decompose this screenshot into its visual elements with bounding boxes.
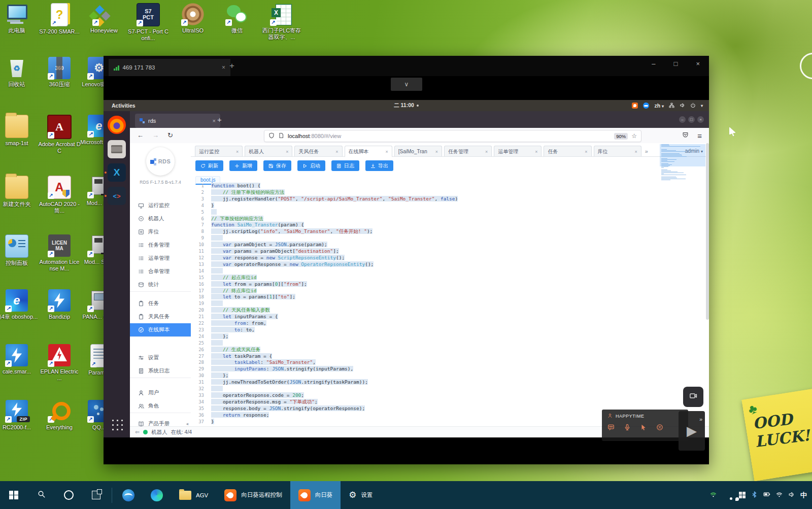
close-session-icon[interactable]: × [222, 64, 225, 71]
chat-icon[interactable] [607, 424, 615, 433]
panel-expander[interactable]: » [699, 416, 702, 422]
forward-button[interactable]: → [152, 131, 159, 139]
taskbar-app-向日葵[interactable]: 向日葵 [290, 481, 341, 509]
sidebar-item-任务[interactable]: 任务 [130, 297, 191, 310]
sidebar-item-角色[interactable]: 角色 [130, 399, 191, 413]
tab-close-icon[interactable]: × [213, 118, 216, 124]
taskbar-app-向日葵远程控制[interactable]: 向日葵远程控制 [216, 481, 290, 509]
desktop-icon-wechat[interactable]: ↗微信 [216, 3, 258, 34]
desktop-icon-bandizip[interactable]: ↗cale.smar... [0, 344, 38, 375]
cortana-button[interactable] [55, 481, 82, 509]
system-menu-caret-icon[interactable]: ▾ [701, 104, 703, 108]
sidebar-item-合单管理[interactable]: 合单管理 [130, 265, 191, 278]
tracking-protection-shield-icon[interactable] [268, 132, 275, 140]
dock-files-icon[interactable] [108, 140, 126, 158]
desktop-icon-folder[interactable]: 新建文件夹 [0, 176, 38, 208]
desktop-icon-folder[interactable]: smap-1st [0, 115, 38, 147]
remote-toolbar-dropdown[interactable]: ∨ [391, 78, 422, 91]
tray-grid[interactable] [739, 492, 746, 498]
dock-app-grid-icon[interactable] [108, 415, 126, 433]
sidebar-item-用户[interactable]: 用户 [130, 386, 191, 399]
desktop-icon-everything[interactable]: ↗Everything [38, 400, 81, 431]
close-circle-icon[interactable] [656, 424, 663, 433]
sidebar-collapse-icon[interactable]: ◂ [186, 421, 188, 426]
日志-button[interactable]: 日志 [331, 160, 359, 171]
desktop-icon-eplan[interactable]: ↗EPLAN Electric ... [38, 344, 81, 382]
dock-firefox-icon[interactable] [108, 116, 126, 134]
desktop-icon-edge[interactable]: e↗第4章 oboshop... [0, 289, 38, 320]
desktop-icon-acrobat[interactable]: A↗Adobe Acrobat DC [38, 115, 81, 154]
firefox-new-tab-button[interactable]: + [217, 115, 222, 124]
pocket-icon[interactable] [682, 131, 689, 140]
page-tab-任务[interactable]: 任务× [544, 146, 591, 157]
desktop-icon-s7pct[interactable]: S7 PCT↗S7-PCT - Port Confi... [127, 3, 170, 42]
clock[interactable]: 二 11:00 [104, 102, 709, 109]
tray-wifi-green[interactable] [710, 491, 717, 500]
url-bar[interactable]: localhost:8080/#/view 90% ☆ [264, 130, 641, 142]
sunlogin-tray-icon[interactable] [632, 103, 638, 109]
zoom-level-badge[interactable]: 90% [614, 133, 628, 140]
desktop-icon-licman[interactable]: LICEN MA↗Automation License M... [38, 234, 81, 272]
tab-close-icon[interactable]: × [635, 149, 637, 154]
sidebar-item-运单管理[interactable]: 运单管理 [130, 252, 191, 265]
page-tab-运单管理[interactable]: 运单管理× [494, 146, 542, 157]
desktop-icon-hv[interactable]: ↗Honeyview [83, 3, 125, 34]
start-button[interactable] [0, 481, 27, 509]
task-view-button[interactable] [82, 481, 110, 509]
teamviewer-tray-icon[interactable] [643, 103, 649, 109]
hamburger-menu-icon[interactable]: ≡ [697, 131, 702, 140]
firefox-minimize-button[interactable]: – [679, 116, 686, 123]
tab-close-icon[interactable]: × [585, 149, 587, 154]
tab-close-icon[interactable]: × [335, 149, 338, 154]
window-minimize-button[interactable]: – [652, 60, 655, 67]
page-info-icon[interactable] [278, 132, 284, 140]
power-icon[interactable] [690, 103, 696, 109]
back-button[interactable]: ← [137, 131, 144, 139]
sidebar-item-运行监控[interactable]: 运行监控 [130, 199, 191, 212]
desktop-icon-recycle[interactable]: 回收站 [0, 57, 38, 88]
刷新-button[interactable]: 刷新 [195, 160, 223, 171]
ime-indicator[interactable]: 中 [800, 491, 807, 500]
导出-button[interactable]: 导出 [365, 160, 393, 171]
taskbar-app-blue[interactable] [114, 481, 143, 509]
新增-button[interactable]: 新增 [229, 160, 257, 171]
reload-button[interactable]: ↻ [167, 131, 173, 139]
page-tab-在线脚本[interactable]: 在线脚本× [345, 146, 392, 157]
tab-close-icon[interactable]: × [236, 149, 239, 154]
desktop-icon-pc[interactable]: 此电脑 [0, 3, 38, 34]
window-maximize-button[interactable]: □ [674, 60, 678, 67]
desktop-icon-zipbadge[interactable]: ZIP↗RC2000-f... [0, 400, 38, 431]
tray-volume[interactable] [788, 491, 795, 500]
taskbar-app-AGV[interactable]: AGV [171, 481, 216, 509]
collapse-icon[interactable]: ⇐ [135, 429, 140, 435]
tab-close-icon[interactable]: × [286, 149, 288, 154]
sidebar-item-统计[interactable]: 统计 [130, 278, 191, 291]
remote-camera-button[interactable] [683, 387, 703, 407]
desktop-icon-zip360[interactable]: 360↗360压缩 [38, 57, 81, 88]
dock-bluex-icon[interactable]: X [108, 163, 126, 182]
page-tab-机器人[interactable]: 机器人× [245, 146, 292, 157]
tab-close-icon[interactable]: × [386, 149, 388, 154]
tab-close-icon[interactable]: × [535, 149, 537, 154]
sidebar-item-库位[interactable]: 库位 [130, 225, 191, 239]
sidebar-item-设置[interactable]: 设置 [130, 351, 191, 364]
editor-minimap[interactable] [661, 144, 704, 184]
network-icon[interactable] [669, 103, 674, 109]
new-session-button[interactable]: + [229, 61, 234, 71]
taskbar-app-设置[interactable]: ⚙设置 [341, 481, 381, 509]
language-indicator[interactable]: zh ▾ [654, 103, 664, 109]
microphone-icon[interactable] [624, 424, 631, 433]
desktop-icon-iso[interactable]: ↗UltraISO [172, 3, 214, 34]
tabs-overflow-chevron[interactable]: » [645, 148, 648, 154]
desktop-icon-cpanel[interactable]: 控制面板 [0, 234, 38, 266]
floating-widget-ring[interactable] [800, 53, 812, 79]
保存-button[interactable]: 保存 [263, 160, 291, 171]
cursor-icon[interactable] [640, 424, 647, 433]
sidebar-item-天风任务[interactable]: 天风任务 [130, 310, 191, 323]
firefox-close-button[interactable]: × [697, 116, 704, 123]
firefox-maximize-button[interactable]: □ [688, 116, 695, 123]
remote-session-tab[interactable]: 469 171 783 × [109, 59, 230, 76]
tab-close-icon[interactable]: × [435, 149, 438, 154]
page-tab-库位[interactable]: 库位× [594, 146, 641, 157]
bookmark-star-icon[interactable]: ☆ [631, 132, 637, 140]
